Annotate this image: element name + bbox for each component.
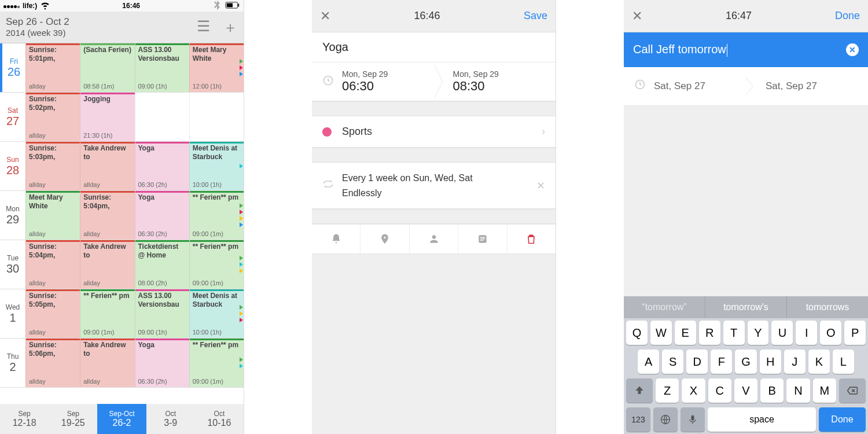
- start-date-block[interactable]: Mon, Sep 29 06:30: [337, 69, 435, 94]
- event-block[interactable]: Sunrise: 5:05pm,allday: [25, 289, 80, 338]
- event-block[interactable]: Meet Mary White12:00 (1h): [189, 43, 244, 92]
- key-e[interactable]: E: [675, 321, 696, 345]
- event-title-field[interactable]: Yoga: [312, 32, 556, 62]
- event-block[interactable]: Sunrise: 5:04pm,allday: [25, 240, 80, 289]
- day-row[interactable]: Wed1Sunrise: 5:05pm,allday** Ferien** pm…: [0, 289, 244, 339]
- key-l[interactable]: L: [833, 350, 854, 374]
- event-block[interactable]: Yoga06:30 (2h): [135, 142, 189, 190]
- event-block[interactable]: Sunrise: 5:02pm,allday: [25, 93, 80, 141]
- key-d[interactable]: D: [686, 350, 708, 374]
- mic-key[interactable]: [681, 407, 705, 432]
- day-label[interactable]: Mon29: [0, 191, 25, 240]
- attendees-icon[interactable]: [410, 225, 458, 253]
- alert-icon[interactable]: [312, 225, 361, 253]
- list-view-icon[interactable]: ☰: [197, 17, 210, 38]
- event-block[interactable]: Ticketdienst @ Home08:00 (2h): [135, 240, 189, 289]
- clear-repeat-icon[interactable]: ✕: [536, 179, 545, 192]
- save-button[interactable]: Save: [524, 10, 547, 22]
- event-block[interactable]: Meet Mary Whiteallday: [25, 191, 80, 240]
- key-k[interactable]: K: [808, 350, 830, 374]
- keyboard-suggestion[interactable]: tomorrow's: [705, 296, 787, 318]
- event-dates-row[interactable]: Mon, Sep 29 06:30 Mon, Sep 29 08:30: [312, 62, 556, 101]
- day-row[interactable]: Mon29Meet Mary WhitealldaySunrise: 5:04p…: [0, 191, 244, 240]
- key-j[interactable]: J: [784, 350, 806, 374]
- notes-icon[interactable]: [458, 225, 507, 253]
- key-x[interactable]: X: [682, 378, 705, 403]
- week-switch-item[interactable]: Oct3-9: [146, 404, 195, 434]
- week-switch-item[interactable]: Sep-Oct26-2: [97, 404, 146, 434]
- week-switch-item[interactable]: Sep19-25: [49, 404, 97, 434]
- repeat-row[interactable]: Every 1 week on Sun, Wed, Sat Endlessly …: [312, 163, 556, 209]
- space-key[interactable]: space: [708, 407, 816, 432]
- clear-input-icon[interactable]: ✕: [846, 43, 859, 56]
- day-label[interactable]: Sat27: [0, 93, 25, 141]
- event-block[interactable]: ASS 13.00 Versionsbau09:00 (1h): [135, 289, 189, 338]
- numbers-key[interactable]: 123: [626, 407, 650, 432]
- event-block[interactable]: ASS 13.00 Versionsbau09:00 (1h): [135, 43, 189, 92]
- event-block[interactable]: Meet Denis at Starbuck10:00 (1h): [189, 289, 244, 338]
- event-block[interactable]: Yoga06:30 (2h): [135, 191, 189, 240]
- key-a[interactable]: A: [638, 350, 659, 374]
- week-switcher[interactable]: Sep12-18Sep19-25Sep-Oct26-2Oct3-9Oct10-1…: [0, 404, 244, 434]
- globe-key[interactable]: [653, 407, 678, 432]
- keyboard-suggestion[interactable]: tomorrows: [787, 296, 868, 318]
- key-h[interactable]: H: [760, 350, 781, 374]
- key-z[interactable]: Z: [656, 378, 679, 403]
- day-label[interactable]: Thu2: [0, 339, 25, 387]
- key-g[interactable]: G: [735, 350, 756, 374]
- keyboard-done-key[interactable]: Done: [819, 407, 866, 432]
- keyboard-suggestion[interactable]: “tomorrow”: [624, 296, 705, 318]
- key-v[interactable]: V: [734, 378, 757, 403]
- key-f[interactable]: F: [711, 350, 732, 374]
- key-s[interactable]: S: [662, 350, 683, 374]
- shift-key[interactable]: [626, 378, 653, 403]
- key-n[interactable]: N: [786, 378, 810, 403]
- key-r[interactable]: R: [699, 321, 720, 345]
- key-m[interactable]: M: [813, 378, 836, 403]
- quick-dates-row[interactable]: Sat, Sep 27 Sat, Sep 27: [624, 67, 868, 106]
- key-w[interactable]: W: [650, 321, 672, 345]
- event-block[interactable]: Sunrise: 5:01pm,allday: [25, 43, 80, 92]
- week-switch-item[interactable]: Oct10-16: [195, 404, 244, 434]
- event-block[interactable]: Sunrise: 5:04pm,allday: [80, 191, 134, 240]
- event-block[interactable]: Take Andrew toallday: [80, 142, 134, 190]
- event-block[interactable]: ** Ferien** pm09:00 (1m): [189, 191, 244, 240]
- day-row[interactable]: Sat27Sunrise: 5:02pm,alldayJogging21:30 …: [0, 93, 244, 142]
- event-block[interactable]: ** Ferien** pm09:00 (1m): [189, 240, 244, 289]
- event-block[interactable]: Take Andrew toallday: [80, 240, 134, 289]
- quick-input-banner[interactable]: Call Jeff tomorrow ✕: [624, 32, 868, 67]
- key-c[interactable]: C: [708, 378, 731, 403]
- key-q[interactable]: Q: [626, 321, 648, 345]
- end-date-block[interactable]: Mon, Sep 29 08:30: [445, 69, 546, 94]
- event-block[interactable]: Take Andrew toallday: [80, 339, 134, 387]
- key-p[interactable]: P: [844, 321, 866, 345]
- key-o[interactable]: O: [820, 321, 841, 345]
- day-label[interactable]: Fri26: [0, 43, 25, 92]
- day-row[interactable]: Tue30Sunrise: 5:04pm,alldayTake Andrew t…: [0, 240, 244, 289]
- day-row[interactable]: Thu2Sunrise: 5:06pm,alldayTake Andrew to…: [0, 339, 244, 388]
- event-block[interactable]: Meet Denis at Starbuck10:00 (1h): [189, 142, 244, 190]
- close-icon[interactable]: ✕: [320, 9, 330, 24]
- location-icon[interactable]: [361, 225, 409, 253]
- backspace-key[interactable]: [839, 378, 866, 403]
- event-block[interactable]: Yoga06:30 (2h): [135, 339, 189, 387]
- day-label[interactable]: Tue30: [0, 240, 25, 289]
- event-block[interactable]: Sunrise: 5:03pm,allday: [25, 142, 80, 190]
- day-label[interactable]: Sun28: [0, 142, 25, 190]
- week-switch-item[interactable]: Sep12-18: [0, 404, 49, 434]
- day-row[interactable]: Fri26Sunrise: 5:01pm,allday(Sacha Ferien…: [0, 43, 244, 93]
- event-block[interactable]: Sunrise: 5:06pm,allday: [25, 339, 80, 387]
- event-block[interactable]: ** Ferien** pm09:00 (1m): [189, 339, 244, 387]
- add-event-icon[interactable]: ＋: [223, 17, 238, 38]
- event-block[interactable]: ** Ferien** pm09:00 (1m): [80, 289, 134, 338]
- event-block[interactable]: (Sacha Ferien)08:58 (1m): [80, 43, 134, 92]
- key-t[interactable]: T: [723, 321, 745, 345]
- delete-icon[interactable]: [507, 225, 556, 253]
- day-label[interactable]: Wed1: [0, 289, 25, 338]
- key-i[interactable]: I: [796, 321, 817, 345]
- day-row[interactable]: Sun28Sunrise: 5:03pm,alldayTake Andrew t…: [0, 142, 244, 191]
- key-u[interactable]: U: [771, 321, 793, 345]
- key-b[interactable]: B: [760, 378, 784, 403]
- event-block[interactable]: Jogging21:30 (1h): [80, 93, 134, 141]
- done-button[interactable]: Done: [835, 10, 860, 22]
